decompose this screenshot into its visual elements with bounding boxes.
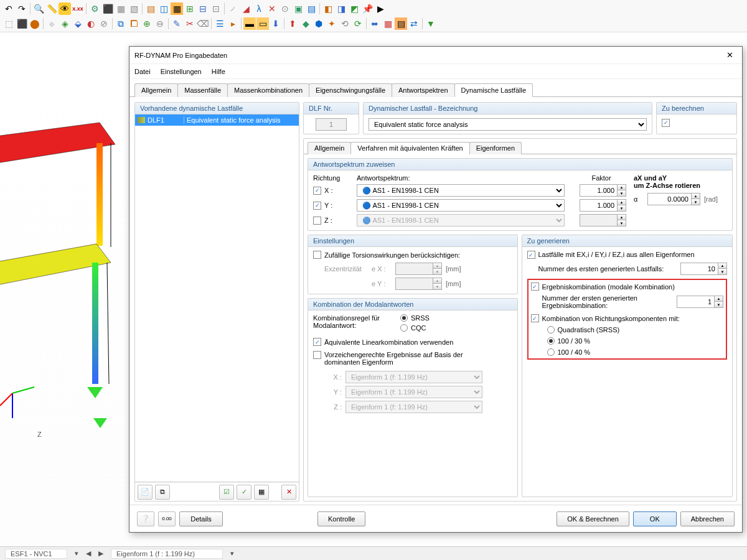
delete-icon[interactable]: ✕	[281, 485, 296, 500]
tool2-icon[interactable]: ✦	[326, 17, 338, 30]
compass-icon[interactable]: ◢	[240, 2, 252, 15]
tool2-icon[interactable]: ☰	[214, 17, 226, 30]
view-icon[interactable]: ◩	[348, 2, 360, 15]
menu-file[interactable]: Datei	[134, 68, 151, 75]
new-icon[interactable]: 📄	[138, 485, 153, 500]
tool2-icon[interactable]: ✎	[171, 17, 183, 30]
tool2-icon[interactable]: ⬚	[2, 17, 15, 30]
arrow-icon[interactable]: ▶	[374, 2, 387, 15]
spec-x-select[interactable]: 🔵 AS1 - EN1998-1 CEN	[357, 184, 565, 197]
tool2-icon[interactable]: ▤	[395, 17, 407, 30]
tab-eigenschwing[interactable]: Eigenschwingungsfälle	[309, 83, 392, 97]
tool-icon[interactable]: ⚙	[88, 2, 101, 15]
spinner-buttons[interactable]: ▲▼	[691, 193, 700, 205]
close-icon[interactable]: ✕	[722, 48, 737, 63]
tool2-icon[interactable]: ⬤	[29, 17, 41, 30]
cross-icon[interactable]: ✕	[266, 2, 278, 15]
tool2-icon[interactable]: ⟲	[339, 17, 351, 30]
tool2-icon[interactable]: ⊕	[141, 17, 153, 30]
check-icon[interactable]: ✓	[237, 485, 251, 500]
tool2-icon[interactable]: ⟳	[352, 17, 364, 30]
tool-icon[interactable]: ⬛	[101, 2, 114, 15]
lc-num-field[interactable]	[680, 263, 718, 275]
dir-10030-radio[interactable]	[547, 337, 555, 345]
menu-settings[interactable]: Einstellungen	[161, 68, 202, 75]
dlf-name-select[interactable]: Equivalent static force analysis	[369, 118, 647, 131]
dir-x-checkbox[interactable]: ✓	[313, 187, 321, 195]
tab-allgemein[interactable]: Allgemein	[134, 83, 178, 97]
copy-icon[interactable]: ⧉	[155, 485, 170, 500]
dlf-list[interactable]: DLF1 Equivalent static force analysis	[135, 114, 299, 482]
ok-calc-button[interactable]: OK & Berechnen	[557, 511, 629, 526]
tool2-icon[interactable]: ⬇	[270, 17, 282, 30]
target-icon[interactable]: ⊙	[279, 2, 291, 15]
details-button[interactable]: Details	[179, 511, 223, 526]
tool2-icon[interactable]: ⇄	[408, 17, 420, 30]
gen-lc-checkbox[interactable]: ✓	[527, 251, 535, 259]
zoom-icon[interactable]: 🔍	[32, 2, 45, 15]
spinner-buttons[interactable]: ▲▼	[617, 199, 626, 212]
pin-icon[interactable]: 📌	[361, 2, 374, 15]
grid-icon[interactable]: ⊡	[210, 2, 222, 15]
lambda-icon[interactable]: λ	[253, 2, 265, 15]
tool2-icon[interactable]: ⧠	[128, 17, 140, 30]
tool-icon[interactable]: ▧	[128, 2, 140, 15]
grid-icon[interactable]: ◫	[157, 2, 170, 15]
tool2-icon[interactable]: ▸	[227, 17, 239, 30]
tool-icon[interactable]: ▦	[115, 2, 127, 15]
tool2-icon[interactable]: ⌫	[197, 17, 209, 30]
dir-z-checkbox[interactable]	[313, 217, 321, 225]
subtab-allgemein[interactable]: Allgemein	[308, 142, 351, 154]
tool2-icon[interactable]: ◆	[299, 17, 312, 30]
view-icon[interactable]: ◨	[335, 2, 347, 15]
cqc-radio[interactable]	[400, 324, 408, 332]
tool2-icon[interactable]: ◈	[59, 17, 71, 30]
ok-button[interactable]: OK	[633, 511, 677, 526]
sign-checkbox[interactable]	[313, 351, 321, 359]
redo-icon[interactable]: ↷	[16, 2, 28, 15]
grid-icon[interactable]: ⊞	[184, 2, 196, 15]
tool2-icon[interactable]: ▭	[256, 17, 269, 30]
grid-icon[interactable]: ▦	[171, 2, 183, 15]
factor-y-field[interactable]	[580, 199, 617, 212]
dir-srss-radio[interactable]	[547, 326, 555, 334]
tab-dyn-lastfaelle[interactable]: Dynamische Lastfälle	[454, 83, 533, 97]
undo-icon[interactable]: ↶	[2, 2, 15, 15]
grid-icon[interactable]: ⊟	[197, 2, 209, 15]
lin-checkbox[interactable]: ✓	[313, 338, 321, 346]
tool2-icon[interactable]: ▦	[382, 17, 394, 30]
srss-radio[interactable]	[400, 314, 408, 322]
tool2-icon[interactable]: ▬	[243, 17, 256, 30]
measure-icon[interactable]: ⟋	[227, 2, 239, 15]
dir-10040-radio[interactable]	[547, 348, 555, 356]
check-all-icon[interactable]: ☑	[219, 485, 234, 500]
tool2-icon[interactable]: ⬛	[16, 17, 28, 30]
eye-icon[interactable]: 👁	[59, 2, 71, 15]
help-icon[interactable]: ❔	[137, 511, 154, 526]
tool2-icon[interactable]: ▼	[425, 17, 437, 30]
tool2-icon[interactable]: ⊘	[98, 17, 110, 30]
tool2-icon[interactable]: ⬢	[312, 17, 325, 30]
tool2-icon[interactable]: ⬆	[286, 17, 299, 30]
tool2-icon[interactable]: ⟐	[45, 17, 58, 30]
gen-rc-checkbox[interactable]: ✓	[531, 282, 539, 291]
ruler-icon[interactable]: 📏	[45, 2, 58, 15]
view-icon[interactable]: ◧	[322, 2, 334, 15]
dir-y-checkbox[interactable]: ✓	[313, 202, 321, 210]
list-item[interactable]: DLF1 Equivalent static force analysis	[135, 114, 299, 126]
subtab-verfahren[interactable]: Verfahren mit äquivalenten Kräften	[350, 142, 469, 154]
torsion-checkbox[interactable]	[313, 251, 321, 259]
spinner-buttons[interactable]: ▲▼	[617, 184, 626, 197]
tool2-icon[interactable]: ⬌	[369, 17, 381, 30]
tab-massenfaelle[interactable]: Massenfälle	[177, 83, 228, 97]
alpha-field[interactable]	[647, 193, 691, 205]
tab-antwortspektren[interactable]: Antwortspektren	[392, 83, 454, 97]
compute-checkbox[interactable]: ✓	[662, 119, 670, 127]
kontrolle-button[interactable]: Kontrolle	[317, 511, 365, 526]
xx-icon[interactable]: x.xx	[72, 2, 84, 15]
menu-help[interactable]: Hilfe	[212, 68, 225, 75]
rc-num-field[interactable]	[677, 296, 714, 308]
spinner-buttons[interactable]: ▲▼	[718, 263, 727, 275]
tool2-icon[interactable]: ⬙	[72, 17, 84, 30]
grid-icon[interactable]: ▦	[254, 485, 269, 500]
